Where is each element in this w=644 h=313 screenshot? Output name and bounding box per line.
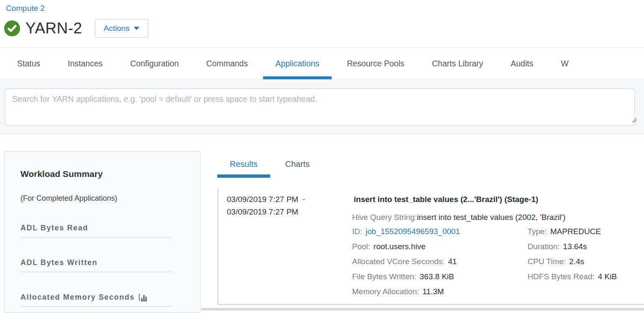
attribute-file-bytes-written: File Bytes Written:363.8 KiB: [352, 269, 527, 284]
page-title: YARN-2: [25, 20, 82, 37]
metric-adl-bytes-read[interactable]: ADL Bytes Read: [20, 224, 172, 237]
application-details: insert into test_table values (2...'Braz…: [352, 193, 644, 304]
tab-configuration[interactable]: Configuration: [118, 48, 191, 79]
attribute-duration: Duration:13.64s: [527, 239, 644, 254]
tab-instances[interactable]: Instances: [56, 48, 114, 79]
start-time: 03/09/2019 7:27 PM: [227, 195, 298, 204]
application-time-range: 03/09/2019 7:27 PM- 03/09/2019 7:27 PM: [227, 193, 352, 304]
yarn-service-page: Compute 2 YARN-2 Actions Status Instance…: [0, 0, 644, 313]
tab-charts-library[interactable]: Charts Library: [420, 48, 495, 79]
application-attributes-grid: ID:job_1552095496593_0001 Type:MAPREDUCE…: [352, 224, 644, 299]
time-range-separator: -: [302, 195, 305, 204]
tab-charts[interactable]: Charts: [273, 154, 322, 178]
workload-summary-subtitle: (For Completed Applications): [20, 194, 200, 203]
applications-results-area: Results Charts 03/09/2019 7:27 PM- 03/09…: [217, 154, 644, 305]
tab-results[interactable]: Results: [217, 154, 270, 178]
application-result-row: 03/09/2019 7:27 PM- 03/09/2019 7:27 PM i…: [217, 188, 644, 305]
search-input[interactable]: [5, 88, 635, 126]
attribute-type: Type:MAPREDUCE: [527, 224, 644, 239]
tab-truncated[interactable]: W: [549, 48, 581, 79]
tab-resource-pools[interactable]: Resource Pools: [335, 48, 417, 79]
attribute-id: ID:job_1552095496593_0001: [352, 224, 527, 239]
job-id-link[interactable]: job_1552095496593_0001: [365, 227, 460, 236]
actions-button[interactable]: Actions: [95, 19, 148, 38]
actions-button-label: Actions: [104, 24, 129, 33]
workload-summary-panel: Workload Summary (For Completed Applicat…: [4, 151, 200, 313]
workload-summary-title: Workload Summary: [20, 169, 200, 179]
tab-audits[interactable]: Audits: [499, 48, 545, 79]
attribute-hdfs-bytes-read: HDFS Bytes Read:4 KiB: [527, 269, 644, 284]
metric-adl-bytes-written[interactable]: ADL Bytes Written: [20, 258, 172, 272]
service-header: YARN-2 Actions: [4, 19, 148, 38]
hive-query-string-row: Hive Query String:insert into test_table…: [352, 212, 644, 223]
breadcrumb-compute-2[interactable]: Compute 2: [6, 4, 45, 13]
chevron-down-icon: [134, 27, 139, 30]
bar-chart-icon[interactable]: [139, 293, 147, 301]
tab-applications[interactable]: Applications: [263, 48, 331, 79]
results-charts-tabs: Results Charts: [217, 154, 644, 178]
tab-commands[interactable]: Commands: [194, 48, 260, 79]
service-tab-bar: Status Instances Configuration Commands …: [0, 47, 644, 80]
attribute-allocated-vcore-seconds: Allocated VCore Seconds:41: [352, 254, 527, 269]
attribute-pool: Pool:root.users.hive: [352, 239, 527, 254]
applications-search-section: [0, 80, 644, 134]
attribute-empty-cell: [527, 284, 644, 299]
attribute-memory-allocation: Memory Allocation:11.3M: [352, 284, 527, 299]
health-good-icon: [4, 20, 20, 36]
tab-status[interactable]: Status: [5, 48, 52, 79]
hive-query-string-value: insert into test_table values (2002, 'Br…: [417, 213, 565, 222]
end-time: 03/09/2019 7:27 PM: [227, 207, 298, 216]
application-title: insert into test_table values (2...'Braz…: [352, 195, 644, 204]
hive-query-string-label: Hive Query String:: [352, 213, 417, 222]
horizontal-scrollbar[interactable]: [202, 308, 644, 310]
attribute-cpu-time: CPU Time:2.4s: [527, 254, 644, 269]
metric-allocated-memory-seconds[interactable]: Allocated Memory Seconds: [20, 293, 172, 307]
